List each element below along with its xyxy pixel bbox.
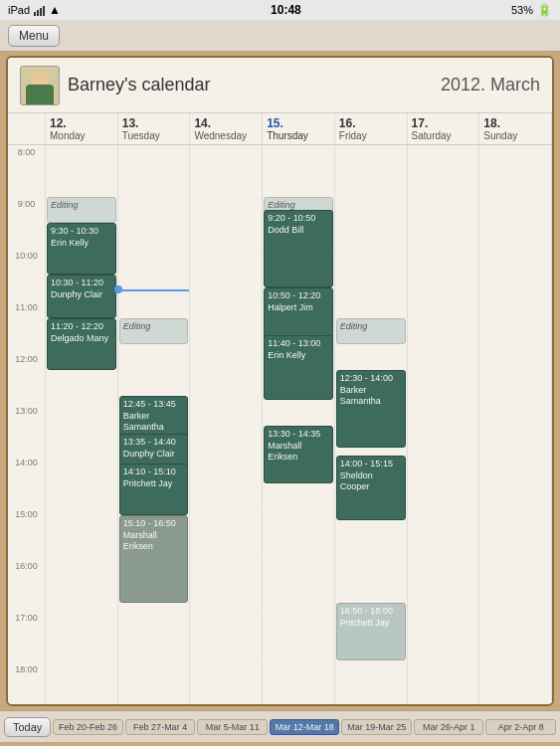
hour-line bbox=[118, 197, 190, 198]
day-name: Thursday bbox=[267, 130, 308, 141]
calendar-event[interactable]: 16:50 - 18:00Pritchett Jay bbox=[336, 603, 406, 660]
week-nav-button[interactable]: Mar 26-Apr 1 bbox=[414, 719, 484, 735]
calendar-event[interactable]: 10:30 - 11:20Dunphy Clair bbox=[47, 275, 116, 318]
calendar-event[interactable]: 15:10 - 16:50MarshallEriksen bbox=[119, 515, 189, 603]
hour-line bbox=[118, 611, 190, 612]
status-bar: iPad ▲ 10:48 53% 🔋 bbox=[0, 0, 560, 20]
day-col-sun[interactable] bbox=[479, 145, 552, 704]
hour-line bbox=[408, 507, 479, 508]
hour-line bbox=[46, 404, 117, 405]
time-slot: 14:00 bbox=[8, 456, 46, 507]
hour-line bbox=[408, 404, 479, 405]
calendar-event[interactable]: 12:30 - 14:00BarkerSamantha bbox=[336, 370, 406, 448]
hour-line bbox=[335, 197, 407, 198]
time-slot: 15:00 bbox=[8, 507, 46, 559]
day-name: Sunday bbox=[483, 130, 517, 141]
day-name: Wednesday bbox=[194, 130, 247, 141]
hour-line bbox=[190, 456, 262, 457]
calendar-grid-wrapper[interactable]: 8:009:0010:0011:0012:0013:0014:0015:0016… bbox=[8, 145, 552, 704]
hour-line bbox=[263, 611, 334, 612]
day-header-tuesday: 13.Tuesday bbox=[118, 113, 191, 144]
hour-line bbox=[46, 559, 117, 560]
calendar-event[interactable]: 11:40 - 13:00Erin Kelly bbox=[264, 335, 333, 400]
week-nav-button[interactable]: Mar 5-Mar 11 bbox=[197, 719, 268, 735]
day-header-sunday: 18.Sunday bbox=[479, 113, 552, 144]
signal-bar-2 bbox=[37, 10, 39, 16]
calendar-frame: Barney's calendar 2012. March 12.Monday1… bbox=[6, 56, 554, 706]
time-slot: 11:00 bbox=[8, 300, 46, 352]
day-col-mon[interactable]: Editing9:30 - 10:30Erin Kelly10:30 - 11:… bbox=[46, 145, 118, 704]
hour-line bbox=[190, 404, 262, 405]
hour-line bbox=[190, 559, 262, 560]
time-col-spacer bbox=[8, 113, 46, 144]
hour-line bbox=[263, 662, 334, 663]
time-slot: 16:00 bbox=[8, 559, 46, 611]
hour-line bbox=[479, 456, 551, 457]
day-header-monday: 12.Monday bbox=[46, 113, 118, 144]
hour-line bbox=[46, 611, 117, 612]
hour-line bbox=[263, 507, 334, 508]
calendar-event[interactable]: Editing bbox=[119, 318, 189, 344]
hour-line bbox=[408, 352, 479, 353]
hour-line bbox=[408, 662, 479, 663]
day-header-thursday: 15.Thursday bbox=[263, 113, 335, 144]
day-col-thu[interactable]: Editing9:20 - 10:50Dodd Bill10:50 - 12:2… bbox=[263, 145, 335, 704]
hour-line bbox=[46, 456, 117, 457]
week-nav-button[interactable]: Feb 27-Mar 4 bbox=[125, 719, 196, 735]
hour-line bbox=[408, 611, 479, 612]
menu-button[interactable]: Menu bbox=[8, 25, 60, 47]
hour-line bbox=[263, 145, 334, 146]
battery-label: 53% bbox=[511, 4, 533, 16]
day-num: 17. bbox=[412, 116, 429, 130]
hour-line bbox=[335, 300, 407, 301]
calendar-event[interactable]: Editing bbox=[47, 197, 116, 223]
time-slot: 18:00 bbox=[8, 662, 46, 704]
day-col-tue[interactable]: Editing12:45 - 13:45BarkerSamantha13:35 … bbox=[118, 145, 191, 704]
time-slot: 8:00 bbox=[8, 145, 46, 197]
week-nav-button[interactable]: Apr 2-Apr 8 bbox=[485, 719, 556, 735]
hour-line bbox=[408, 300, 479, 301]
wifi-icon: ▲ bbox=[49, 3, 61, 17]
calendar-event[interactable]: Editing bbox=[336, 318, 406, 344]
calendar-event[interactable]: 13:30 - 14:35MarshallEriksen bbox=[264, 426, 333, 483]
calendar-event[interactable]: 11:20 - 12:20Delgado Many bbox=[47, 318, 116, 370]
signal-bar-3 bbox=[40, 8, 42, 16]
hour-line bbox=[335, 662, 407, 663]
hour-line bbox=[118, 300, 190, 301]
day-headers: 12.Monday13.Tuesday14.Wednesday15.Thursd… bbox=[8, 113, 552, 145]
hour-line bbox=[190, 300, 262, 301]
calendar-event[interactable]: 9:30 - 10:30Erin Kelly bbox=[47, 223, 116, 275]
calendar-event[interactable]: 9:20 - 10:50Dodd Bill bbox=[264, 210, 333, 287]
time-slot: 9:00 bbox=[8, 197, 46, 249]
hour-line bbox=[335, 559, 407, 560]
hour-line bbox=[263, 404, 334, 405]
week-nav-button[interactable]: Feb 20-Feb 26 bbox=[53, 719, 123, 735]
day-name: Friday bbox=[339, 130, 367, 141]
week-navigation: Feb 20-Feb 26Feb 27-Mar 4Mar 5-Mar 11Mar… bbox=[53, 719, 556, 735]
time-slot: 10:00 bbox=[8, 249, 46, 300]
hour-line bbox=[190, 611, 262, 612]
time-slot: 12:00 bbox=[8, 352, 46, 404]
hour-line bbox=[479, 300, 551, 301]
bottom-bar: Today Feb 20-Feb 26Feb 27-Mar 4Mar 5-Mar… bbox=[0, 710, 560, 742]
hour-line bbox=[408, 249, 479, 250]
hour-line bbox=[190, 662, 262, 663]
day-name: Saturday bbox=[412, 130, 452, 141]
hour-line bbox=[479, 507, 551, 508]
today-button[interactable]: Today bbox=[4, 717, 51, 737]
calendar-year-month: 2012. March bbox=[441, 75, 540, 95]
calendar-event[interactable]: 14:10 - 15:10Pritchett Jay bbox=[119, 464, 189, 515]
day-num: 16. bbox=[339, 116, 356, 130]
hour-line bbox=[46, 145, 117, 146]
day-col-sat[interactable] bbox=[408, 145, 480, 704]
day-col-wed[interactable] bbox=[190, 145, 263, 704]
hour-line bbox=[479, 249, 551, 250]
week-nav-button[interactable]: Mar 12-Mar 18 bbox=[270, 719, 340, 735]
time-slot: 13:00 bbox=[8, 404, 46, 456]
day-col-fri[interactable]: Editing12:30 - 14:00BarkerSamantha14:00 … bbox=[335, 145, 408, 704]
day-num: 12. bbox=[50, 116, 67, 130]
calendar-event[interactable]: 14:00 - 15:15SheldonCooper bbox=[336, 456, 406, 520]
week-nav-button[interactable]: Mar 19-Mar 25 bbox=[341, 719, 412, 735]
time-slot: 17:00 bbox=[8, 611, 46, 662]
day-num: 13. bbox=[122, 116, 139, 130]
